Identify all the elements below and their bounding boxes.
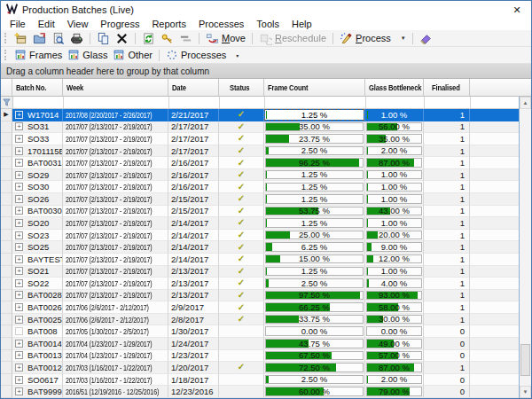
- expand-button[interactable]: +: [15, 267, 23, 275]
- move-button[interactable]: Move: [203, 31, 248, 46]
- vertical-scrollbar[interactable]: ▲ ▼: [519, 97, 531, 398]
- expand-button[interactable]: +: [15, 340, 23, 348]
- grid-row[interactable]: +BAT0014 2017/04 (1/23/2017 - 1/29/2017)…: [1, 338, 531, 350]
- expand-button[interactable]: +: [15, 219, 23, 227]
- process-button[interactable]: Process ▼: [337, 31, 409, 46]
- expand-button[interactable]: +: [15, 279, 23, 287]
- print-preview-button[interactable]: [49, 31, 67, 46]
- copy-button[interactable]: [94, 31, 113, 46]
- filter-input-glass-bottleneck[interactable]: [366, 97, 425, 108]
- column-header-date[interactable]: Date: [168, 79, 219, 96]
- expand-button[interactable]: +: [15, 351, 23, 359]
- expand-button[interactable]: +: [15, 316, 23, 324]
- grid-row[interactable]: +BAT0012 2017/03 (1/16/2017 - 1/22/2017)…: [1, 362, 531, 374]
- frames-view-button[interactable]: Frames: [12, 48, 65, 63]
- expand-button[interactable]: +: [15, 291, 23, 299]
- grid-row[interactable]: +SO26 2017/07 (2/13/2017 - 2/19/2017) 2/…: [1, 193, 531, 206]
- expand-button[interactable]: +: [15, 376, 23, 384]
- key-button[interactable]: [158, 31, 176, 46]
- grid-row[interactable]: +BAT0031 2017/07 (2/13/2017 - 2/19/2017)…: [1, 157, 531, 169]
- new-batch-button[interactable]: [12, 31, 30, 46]
- filter-input-date[interactable]: [169, 97, 220, 108]
- expand-button[interactable]: +: [15, 364, 23, 372]
- menu-item-file[interactable]: File: [4, 19, 32, 30]
- menu-item-help[interactable]: Help: [286, 19, 318, 30]
- grid-row[interactable]: +SO0617 2017/03 (1/16/2017 - 1/22/2017) …: [1, 374, 531, 387]
- column-header-frame-count[interactable]: Frame Count: [264, 79, 365, 96]
- grid-row[interactable]: BAT008 2017/05 (1/30/2017 - 2/5/2017) 1/…: [1, 325, 531, 338]
- print-button[interactable]: [67, 31, 86, 46]
- grid-row[interactable]: ▶ +W17014 2017/08 (2/20/2017 - 2/26/2017…: [1, 109, 531, 121]
- grid-row[interactable]: +1701115B 2017/07 (2/13/2017 - 2/19/2017…: [1, 145, 531, 158]
- eraser-button[interactable]: [417, 31, 435, 46]
- grid-row[interactable]: +BAYTEST 2017/07 (2/13/2017 - 2/19/2017)…: [1, 254, 531, 266]
- expand-button[interactable]: +: [15, 183, 23, 191]
- batch-cell: +BAT0014: [12, 338, 63, 350]
- column-header-batch-no[interactable]: Batch No.: [12, 79, 63, 96]
- menu-item-reports[interactable]: Reports: [145, 19, 192, 30]
- menu-item-view[interactable]: View: [61, 19, 95, 30]
- expand-button[interactable]: +: [15, 122, 23, 130]
- column-header-status[interactable]: Status: [219, 79, 264, 96]
- grid-row[interactable]: +SO29 2017/07 (2/13/2017 - 2/19/2017) 2/…: [1, 169, 531, 182]
- grid-row[interactable]: +SO22 2017/07 (2/13/2017 - 2/19/2017) 2/…: [1, 278, 531, 290]
- column-header-glass-bottleneck[interactable]: Glass Bottleneck: [365, 79, 424, 96]
- expand-button[interactable]: +: [15, 147, 23, 155]
- menu-item-processes[interactable]: Processes: [192, 19, 250, 30]
- menu-item-progress[interactable]: Progress: [94, 19, 145, 30]
- grid-row[interactable]: +BAT0026 2017/06 (2/6/2017 - 2/12/2017) …: [1, 301, 531, 314]
- group-by-panel[interactable]: Drag a column header here to group by th…: [1, 64, 531, 79]
- grid-row[interactable]: +BAT0025 2017/06 (2/6/2017 - 2/12/2017) …: [1, 314, 531, 326]
- process-dropdown-icon[interactable]: ▼: [401, 35, 406, 41]
- expand-button[interactable]: +: [15, 303, 23, 311]
- filter-input-frame-count[interactable]: [265, 97, 366, 108]
- expand-button[interactable]: [15, 327, 23, 335]
- menu-item-tools[interactable]: Tools: [250, 19, 286, 30]
- grid-row[interactable]: +SO25 2017/07 (2/13/2017 - 2/19/2017) 2/…: [1, 241, 531, 254]
- scrollbar-thumb[interactable]: [520, 344, 530, 376]
- status-cell: [219, 338, 264, 350]
- frame-progress-fill: [266, 279, 269, 287]
- expand-button[interactable]: +: [15, 135, 23, 143]
- filter-input-finalised[interactable]: [425, 97, 471, 108]
- filter-input-week[interactable]: [64, 97, 169, 108]
- grid-row[interactable]: +BAT0013 2017/04 (1/23/2017 - 1/29/2017)…: [1, 350, 531, 363]
- close-button[interactable]: ✕: [508, 4, 526, 16]
- expand-button[interactable]: +: [15, 255, 23, 263]
- scroll-up-button[interactable]: ▲: [520, 97, 531, 109]
- grid-row[interactable]: +BAT0028 2017/07 (2/13/2017 - 2/19/2017)…: [1, 290, 531, 302]
- menu-item-edit[interactable]: Edit: [32, 19, 61, 30]
- expand-button[interactable]: +: [15, 387, 23, 395]
- grid-row[interactable]: +SO23 2017/07 (2/13/2017 - 2/19/2017) 2/…: [1, 230, 531, 242]
- copy-batch-button[interactable]: [30, 31, 49, 46]
- expand-button[interactable]: +: [15, 171, 23, 179]
- menu-bar: FileEditViewProgressReportsProcessesTool…: [1, 19, 531, 30]
- processes-menu-button[interactable]: Processes ▾: [163, 48, 241, 63]
- column-header-finalised[interactable]: Finalised: [424, 79, 470, 96]
- refresh-button[interactable]: [139, 31, 158, 46]
- other-view-button[interactable]: Other: [110, 48, 155, 63]
- grid-row[interactable]: +SO20 2017/07 (2/13/2017 - 2/19/2017) 2/…: [1, 217, 531, 230]
- grid-row[interactable]: +SO30 2017/07 (2/13/2017 - 2/19/2017) 2/…: [1, 181, 531, 193]
- scroll-down-button[interactable]: ▼: [520, 386, 531, 398]
- column-header-week[interactable]: Week: [63, 79, 168, 96]
- expand-button[interactable]: +: [15, 243, 23, 251]
- expand-button[interactable]: +: [15, 195, 23, 203]
- expand-button[interactable]: +: [15, 111, 23, 119]
- glass-view-button[interactable]: Glass: [65, 48, 110, 63]
- group-by-text: Drag a column header here to group by th…: [6, 66, 209, 76]
- reschedule-button[interactable]: Reschedule: [256, 31, 329, 46]
- delete-button[interactable]: [113, 31, 131, 46]
- grid-row[interactable]: +SO21 2017/07 (2/13/2017 - 2/19/2017) 2/…: [1, 266, 531, 278]
- columns-button[interactable]: [176, 31, 195, 46]
- grid-row[interactable]: +SO31 2017/07 (2/13/2017 - 2/19/2017) 2/…: [1, 121, 531, 134]
- expand-button[interactable]: +: [15, 207, 23, 215]
- grid-row[interactable]: +SO33 2017/07 (2/13/2017 - 2/19/2017) 2/…: [1, 133, 531, 145]
- grid-row[interactable]: +BAT0030 2017/07 (2/13/2017 - 2/19/2017)…: [1, 206, 531, 218]
- filter-input-batch-no[interactable]: [13, 97, 64, 108]
- glass-progress-bar: 87.00 %: [366, 363, 422, 372]
- expand-button[interactable]: +: [15, 231, 23, 239]
- expand-button[interactable]: +: [15, 159, 23, 167]
- grid-row[interactable]: +BAT9999 2016/51 (12/19/2016 - 12/25/201…: [1, 386, 531, 398]
- filter-input-status[interactable]: [220, 97, 265, 108]
